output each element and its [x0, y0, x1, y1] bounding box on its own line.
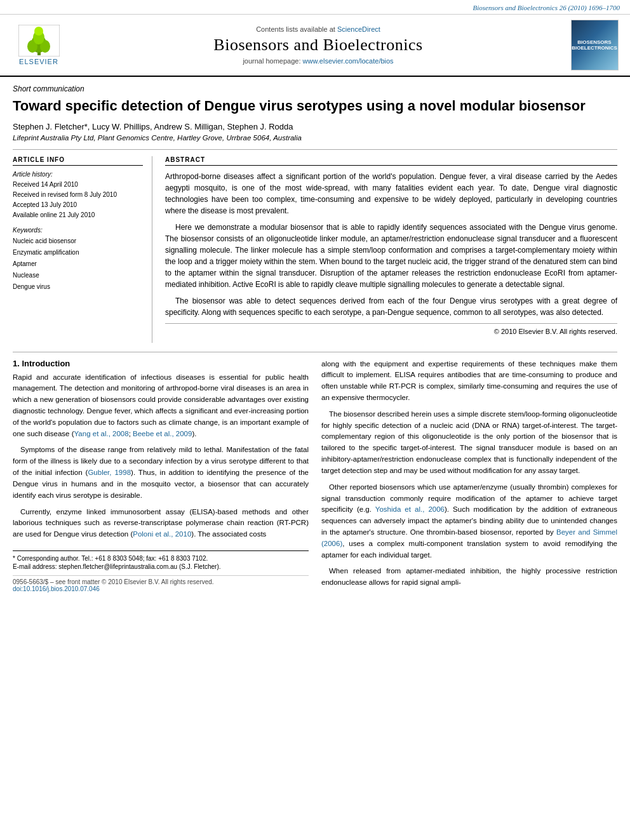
keyword-4: Nuclease [13, 270, 143, 281]
main-body-section: 1. Introduction Rapid and accurate ident… [13, 352, 617, 594]
top-banner: Biosensors and Bioelectronics 26 (2010) … [0, 0, 630, 15]
svg-point-5 [34, 27, 43, 36]
ref-gubler1998[interactable]: Gubler, 1998 [88, 469, 131, 476]
journal-center: Contents lists available at ScienceDirec… [77, 20, 559, 70]
ref-poloni2010[interactable]: Poloni et al., 2010 [133, 530, 191, 538]
issn-text: 0956-5663/$ – see front matter © 2010 El… [13, 578, 214, 585]
page: Biosensors and Bioelectronics 26 (2010) … [0, 0, 630, 840]
right-p2: The biosensor described herein uses a si… [321, 409, 617, 477]
article-type: Short communication [13, 84, 617, 93]
elsevier-logo: ELSEVIER [10, 20, 67, 70]
ref-beebe2009[interactable]: Beebe et al., 2009 [133, 430, 192, 437]
article-dates: Received 14 April 2010 Received in revis… [13, 180, 143, 220]
keyword-2: Enzymatic amplification [13, 247, 143, 258]
accepted-date: Accepted 13 July 2010 [13, 200, 143, 210]
article-footer: * Corresponding author. Tel.: +61 8 8303… [13, 550, 309, 592]
keywords-label: Keywords: [13, 227, 143, 234]
keyword-3: Aptamer [13, 258, 143, 270]
contents-text: Contents lists available at [256, 25, 335, 33]
available-date: Available online 21 July 2010 [13, 210, 143, 220]
intro-heading: 1. Introduction [13, 359, 309, 368]
affiliation: Lifeprint Australia Pty Ltd, Plant Genom… [13, 134, 617, 142]
article-title: Toward specific detection of Dengue viru… [13, 97, 617, 116]
intro-p1: Rapid and accurate identification of inf… [13, 372, 309, 440]
journal-cover-image: BIOSENSORS BIOELECTRONICS [571, 20, 619, 70]
article-info-title: ARTICLE INFO [13, 156, 143, 166]
right-p3: Other reported biosensors which use apta… [321, 482, 617, 561]
article-info-abstract-section: ARTICLE INFO Article history: Received 1… [13, 149, 617, 343]
abstract-section: Arthropod-borne diseases affect a signif… [165, 171, 617, 335]
intro-p3: Currently, enzyme linked immunosorbent a… [13, 507, 309, 540]
right-p4: When released from aptamer-mediated inhi… [321, 566, 617, 589]
doi-line: doi:10.1016/j.bios.2010.07.046 [13, 585, 309, 592]
homepage-link[interactable]: www.elsevier.com/locate/bios [303, 57, 394, 65]
keyword-5: Dengue virus [13, 281, 143, 293]
journal-thumbnail: BIOSENSORS BIOELECTRONICS [569, 20, 620, 70]
article-body: Short communication Toward specific dete… [0, 77, 630, 606]
intro-left-column: 1. Introduction Rapid and accurate ident… [13, 359, 309, 594]
abstract-title: ABSTRACT [165, 156, 617, 166]
footer-bottom: 0956-5663/$ – see front matter © 2010 El… [13, 575, 309, 585]
abstract-column: ABSTRACT Arthropod-borne diseases affect… [165, 156, 617, 343]
email-note: E-mail address: stephen.fletcher@lifepri… [13, 563, 309, 570]
homepage-line: journal homepage: www.elsevier.com/locat… [243, 57, 393, 65]
elsevier-label: ELSEVIER [19, 58, 58, 65]
homepage-text: journal homepage: [243, 57, 300, 65]
journal-title: Biosensors and Bioelectronics [213, 36, 422, 55]
ref-beyer2006[interactable]: Beyer and Simmel (2006) [321, 528, 617, 547]
sciencedirect-link[interactable]: ScienceDirect [337, 25, 380, 33]
ref-yang2008[interactable]: Yang et al., 2008 [74, 430, 129, 437]
doi-link[interactable]: doi:10.1016/j.bios.2010.07.046 [13, 585, 100, 592]
right-p1: along with the equipment and expertise r… [321, 359, 617, 404]
intro-p2: Symptoms of the disease range from relat… [13, 444, 309, 501]
journal-ref-link[interactable]: Biosensors and Bioelectronics 26 (2010) … [473, 4, 620, 11]
ref-yoshida2006[interactable]: Yoshida et al., 2006 [375, 505, 445, 513]
received-date: Received 14 April 2010 [13, 180, 143, 190]
article-info-column: ARTICLE INFO Article history: Received 1… [13, 156, 152, 343]
keywords-list: Nucleic acid biosensor Enzymatic amplifi… [13, 236, 143, 293]
abstract-p3: The biosensor was able to detect sequenc… [165, 295, 617, 318]
abstract-p2: Here we demonstrate a modular biosensor … [165, 222, 617, 290]
abstract-p1: Arthropod-borne diseases affect a signif… [165, 171, 617, 217]
intro-right-column: along with the equipment and expertise r… [321, 359, 617, 594]
keyword-1: Nucleic acid biosensor [13, 236, 143, 247]
received-revised-date: Received in revised form 8 July 2010 [13, 190, 143, 200]
abstract-text: Arthropod-borne diseases affect a signif… [165, 171, 617, 318]
corresponding-note: * Corresponding author. Tel.: +61 8 8303… [13, 555, 309, 562]
elsevier-tree-icon [18, 25, 60, 57]
intro-body-right: along with the equipment and expertise r… [321, 359, 617, 589]
authors: Stephen J. Fletcher*, Lucy W. Phillips, … [13, 122, 617, 131]
intro-body-left: Rapid and accurate identification of inf… [13, 372, 309, 540]
copyright-line: © 2010 Elsevier B.V. All rights reserved… [165, 323, 617, 335]
keywords-section: Keywords: Nucleic acid biosensor Enzymat… [13, 227, 143, 293]
contents-line: Contents lists available at ScienceDirec… [256, 25, 380, 33]
history-label: Article history: [13, 171, 143, 178]
journal-header: ELSEVIER Contents lists available at Sci… [0, 15, 630, 77]
